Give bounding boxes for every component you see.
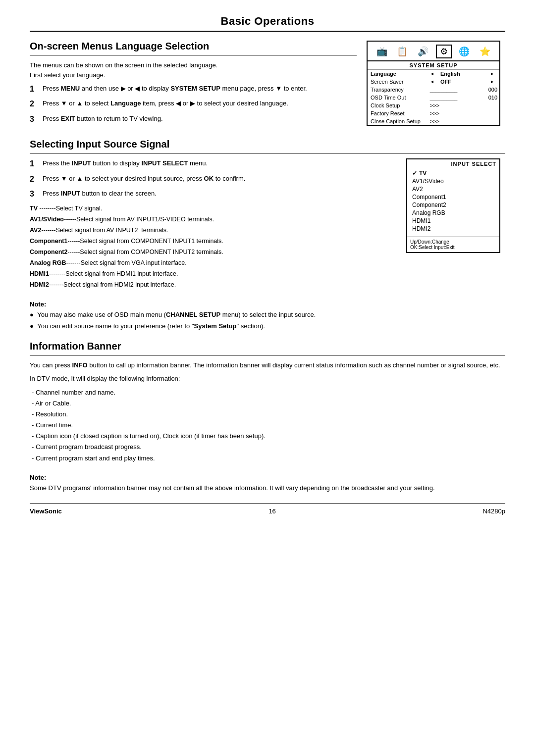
input-step1: 1 Press the INPUT button to display INPU… bbox=[30, 158, 396, 169]
system-setup-label: SYSTEM SETUP bbox=[368, 61, 499, 70]
footer-model: N4280p bbox=[482, 507, 505, 515]
section2-divider bbox=[30, 153, 505, 153]
note2-label: Note: bbox=[30, 474, 505, 481]
setup-bar-osdtimeout: __________ bbox=[427, 94, 485, 101]
input-item-hdmi2: HDMI2 bbox=[412, 225, 494, 233]
info-banner-section: Information Banner You can press INFO bu… bbox=[30, 341, 505, 463]
setup-val-clocksetup: >>> bbox=[427, 101, 499, 109]
input-item-component2: Component2 bbox=[412, 201, 494, 209]
input-step1-num: 1 bbox=[30, 158, 41, 169]
setup-val-language: English bbox=[437, 70, 485, 78]
section1-heading: On-screen Menus Language Selection bbox=[30, 41, 357, 52]
section1-intro1: The menus can be shown on the screen in … bbox=[30, 60, 357, 80]
dtv-list: Channel number and name. Air or Cable. R… bbox=[30, 387, 505, 464]
note1-item1: You may also make use of OSD main menu (… bbox=[30, 310, 505, 320]
signal-av2: AV2-------Select signal from AV INPUT2 t… bbox=[30, 225, 396, 235]
page-footer: ViewSonic 16 N4280p bbox=[30, 503, 505, 515]
footer-brand: ViewSonic bbox=[30, 507, 62, 515]
section3-divider bbox=[30, 355, 505, 355]
title-divider bbox=[30, 31, 505, 32]
footer-page-number: 16 bbox=[268, 507, 275, 515]
dtv-item-air: Air or Cable. bbox=[32, 398, 505, 409]
input-step3-num: 3 bbox=[30, 189, 41, 200]
info-banner-intro: You can press INFO button to call up inf… bbox=[30, 360, 505, 371]
input-select-items: ✓ TV AV1/SVideo AV2 Component1 Component… bbox=[407, 168, 499, 235]
note2-section: Note: Some DTV programs' information ban… bbox=[30, 474, 505, 494]
signal-component1: Component1------Select signal from COMPO… bbox=[30, 236, 396, 246]
input-step2-text: Press ▼ or ▲ to select your desired inpu… bbox=[43, 174, 396, 184]
icon-globe: 🌐 bbox=[456, 45, 472, 58]
input-item-hdmi1: HDMI1 bbox=[412, 217, 494, 225]
input-item-analogrgb: Analog RGB bbox=[412, 209, 494, 217]
dtv-item-time: Current time. bbox=[32, 420, 505, 431]
input-item-av1svideo: AV1/SVideo bbox=[412, 177, 494, 185]
input-step2: 2 Press ▼ or ▲ to select your desired in… bbox=[30, 174, 396, 185]
input-footer-line2: OK:Select Input:Exit bbox=[410, 245, 496, 250]
section2-steps: 1 Press the INPUT button to display INPU… bbox=[30, 158, 396, 200]
setup-label-clocksetup: Clock Setup bbox=[368, 101, 427, 109]
dtv-item-channel: Channel number and name. bbox=[32, 387, 505, 398]
signal-hdmi1: HDMI1--------Select signal from HDMI1 in… bbox=[30, 269, 396, 279]
note1-section: Note: You may also make use of OSD main … bbox=[30, 301, 505, 331]
system-setup-icons-row: 📺 📋 🔊 ⚙ 🌐 ⭐ bbox=[368, 42, 499, 61]
setup-label-factoryreset: Factory Reset bbox=[368, 109, 427, 117]
input-select-divider bbox=[407, 237, 499, 237]
setup-ctrl-left-language: ◄ bbox=[427, 70, 437, 78]
signal-hdmi2: HDMI2-------Select signal from HDMI2 inp… bbox=[30, 280, 396, 290]
input-item-av2: AV2 bbox=[412, 185, 494, 193]
setup-label-language: Language bbox=[368, 70, 427, 78]
page-title: Basic Operations bbox=[30, 15, 505, 28]
setup-label-transparency: Transparency bbox=[368, 86, 427, 94]
setup-label-closedcaption: Close Caption Setup bbox=[368, 117, 427, 125]
setup-row-osdtimeout: OSD Time Out __________ 010 bbox=[368, 94, 499, 101]
step3-text: Press EXIT button to return to TV viewin… bbox=[43, 114, 357, 124]
section3-heading: Information Banner bbox=[30, 341, 505, 352]
icon-tv: 📺 bbox=[374, 45, 390, 58]
step2-number: 2 bbox=[30, 99, 41, 109]
setup-bar-transparency: __________ bbox=[427, 86, 485, 94]
input-item-component1: Component1 bbox=[412, 193, 494, 201]
checkmark-tv: ✓ bbox=[412, 170, 417, 177]
section2-heading: Selecting Input Source Signal bbox=[30, 139, 505, 150]
setup-label-screensaver: Screen Saver bbox=[368, 78, 427, 86]
signal-component2: Component2------Select signal from COMPO… bbox=[30, 247, 396, 257]
setup-val-closedcaption: >>> bbox=[427, 117, 499, 125]
note1-item2: You can edit source name to your prefere… bbox=[30, 321, 505, 331]
input-select-box: INPUT SELECT ✓ TV AV1/SVideo AV2 Compone… bbox=[406, 158, 500, 253]
step1-text: Press MENU and then use ▶ or ◀ to displa… bbox=[43, 84, 357, 94]
setup-row-language: Language ◄ English ► bbox=[368, 70, 499, 78]
input-source-left: 1 Press the INPUT button to display INPU… bbox=[30, 158, 396, 291]
icon-star: ⭐ bbox=[477, 45, 493, 58]
dtv-item-playtimes: Current program start and end play times… bbox=[32, 453, 505, 464]
step2-item: 2 Press ▼ or ▲ to select Language item, … bbox=[30, 99, 357, 109]
setup-val-transparency: 000 bbox=[485, 86, 499, 94]
onscreen-left-column: On-screen Menus Language Selection The m… bbox=[30, 41, 357, 129]
signal-av1svideo: AV1/SVideo------Select signal from AV IN… bbox=[30, 214, 396, 224]
signal-analogrgb: Analog RGB-------Select signal from VGA … bbox=[30, 258, 396, 268]
setup-row-factoryreset: Factory Reset >>> bbox=[368, 109, 499, 117]
input-select-title: INPUT SELECT bbox=[407, 159, 499, 168]
setup-row-transparency: Transparency __________ 000 bbox=[368, 86, 499, 94]
system-setup-box: 📺 📋 🔊 ⚙ 🌐 ⭐ SYSTEM SETUP Language ◄ Engl… bbox=[367, 41, 500, 126]
input-step3: 3 Press INPUT button to clear the screen… bbox=[30, 189, 396, 200]
input-step3-text: Press INPUT button to clear the screen. bbox=[43, 189, 396, 199]
note1-label: Note: bbox=[30, 301, 505, 308]
dtv-item-resolution: Resolution. bbox=[32, 409, 505, 420]
input-step1-text: Press the INPUT button to display INPUT … bbox=[43, 158, 396, 168]
setup-ctrl-right-screensaver: ► bbox=[485, 78, 499, 86]
setup-row-closedcaption: Close Caption Setup >>> bbox=[368, 117, 499, 125]
step3-number: 3 bbox=[30, 114, 41, 125]
setup-val-screensaver: OFF bbox=[437, 78, 485, 86]
input-item-tv-label: TV bbox=[419, 170, 427, 177]
input-select-panel: INPUT SELECT ✓ TV AV1/SVideo AV2 Compone… bbox=[406, 158, 505, 291]
icon-audio: 🔊 bbox=[415, 45, 431, 58]
step1-number: 1 bbox=[30, 84, 41, 95]
input-source-content: 1 Press the INPUT button to display INPU… bbox=[30, 158, 505, 291]
note2-text: Some DTV programs' information banner ma… bbox=[30, 483, 505, 494]
step2-text: Press ▼ or ▲ to select Language item, pr… bbox=[43, 99, 357, 108]
icon-settings-active: ⚙ bbox=[436, 45, 452, 58]
setup-val-osdtimeout: 010 bbox=[485, 94, 499, 101]
input-source-section: Selecting Input Source Signal 1 Press th… bbox=[30, 139, 505, 291]
setup-row-clocksetup: Clock Setup >>> bbox=[368, 101, 499, 109]
info-banner-dtv-intro: In DTV mode, it will display the followi… bbox=[30, 374, 505, 384]
